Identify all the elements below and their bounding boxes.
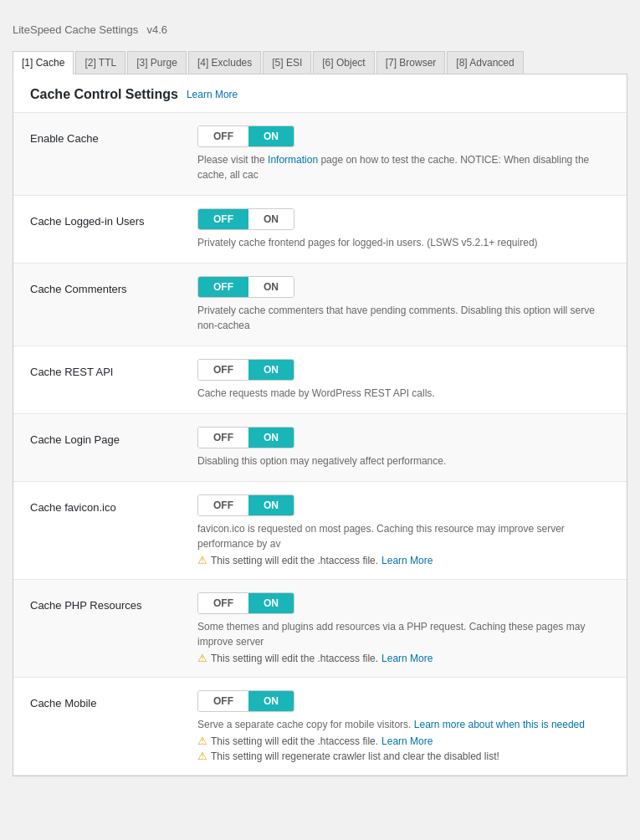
toggle-cache-php-resources: OFF ON (197, 592, 610, 614)
information-link[interactable]: Information (268, 154, 318, 166)
setting-control-enable-cache: OFF ON Please visit the Information page… (197, 125, 610, 182)
toggle-off-cache-php-resources[interactable]: OFF (198, 593, 248, 613)
setting-label-cache-rest-api: Cache REST API (30, 359, 197, 378)
toggle-off-cache-mobile[interactable]: OFF (198, 691, 248, 711)
page-version: v4.6 (146, 23, 167, 36)
toggle-switch-cache-favicon: OFF ON (197, 494, 294, 516)
toggle-on-cache-login-page[interactable]: ON (248, 428, 294, 448)
warning-text-favicon: This setting will edit the .htaccess fil… (211, 555, 378, 566)
tab-esi[interactable]: [5] ESI (263, 51, 311, 74)
warning-text-mobile-regenerate: This setting will regenerate crawler lis… (211, 750, 499, 762)
toggle-on-cache-logged-in[interactable]: ON (248, 209, 294, 229)
section-title: Cache Control Settings (30, 87, 178, 102)
setting-label-cache-mobile: Cache Mobile (30, 690, 197, 709)
tab-cache[interactable]: [1] Cache (13, 51, 74, 74)
learn-more-favicon[interactable]: Learn More (381, 555, 433, 566)
section-learn-more[interactable]: Learn More (187, 89, 238, 100)
toggle-on-cache-rest-api[interactable]: ON (248, 360, 294, 380)
warning-icon-favicon: ⚠ (197, 554, 207, 566)
setting-label-cache-favicon: Cache favicon.ico (30, 494, 197, 514)
toggle-off-cache-commenters[interactable]: OFF (198, 277, 248, 297)
toggle-on-cache-php-resources[interactable]: ON (248, 593, 294, 613)
setting-cache-commenters: Cache Commenters OFF ON Privately cache … (13, 264, 627, 346)
toggle-cache-logged-in: OFF ON (197, 208, 610, 230)
desc-cache-login-page: Disabling this option may negatively aff… (197, 453, 610, 469)
toggle-on-cache-commenters[interactable]: ON (248, 277, 294, 297)
toggle-off-cache-logged-in[interactable]: OFF (198, 209, 248, 229)
warning-mobile-htaccess: ⚠ This setting will edit the .htaccess f… (197, 735, 610, 747)
toggle-switch-cache-mobile: OFF ON (197, 690, 294, 712)
mobile-learn-more-link[interactable]: Learn more about when this is needed (414, 719, 585, 730)
toggle-switch-cache-login-page: OFF ON (197, 427, 294, 448)
toggle-enable-cache: OFF ON (197, 125, 610, 147)
setting-control-cache-favicon: OFF ON favicon.ico is requested on most … (197, 494, 610, 566)
setting-label-cache-login-page: Cache Login Page (30, 427, 197, 446)
toggle-off-cache-favicon[interactable]: OFF (198, 495, 248, 515)
toggle-off-cache-login-page[interactable]: OFF (198, 428, 248, 448)
toggle-on-enable-cache[interactable]: ON (248, 126, 294, 146)
page-title: LiteSpeed Cache Settings v4.6 (13, 17, 627, 38)
setting-cache-login-page: Cache Login Page OFF ON Disabling this o… (13, 414, 627, 482)
learn-more-php-resources[interactable]: Learn More (381, 653, 433, 664)
toggle-switch-cache-logged-in: OFF ON (197, 208, 294, 230)
warning-text-mobile-htaccess: This setting will edit the .htaccess fil… (211, 735, 378, 747)
toggle-off-cache-rest-api[interactable]: OFF (198, 360, 248, 380)
setting-label-cache-php-resources: Cache PHP Resources (30, 592, 197, 612)
toggle-on-cache-favicon[interactable]: ON (248, 495, 294, 515)
warning-text-php-resources: This setting will edit the .htaccess fil… (211, 653, 378, 664)
toggle-cache-login-page: OFF ON (197, 427, 610, 448)
desc-cache-php-resources: Some themes and plugins add resources vi… (197, 619, 610, 649)
setting-control-cache-mobile: OFF ON Serve a separate cache copy for m… (197, 690, 610, 762)
page-wrapper: LiteSpeed Cache Settings v4.6 [1] Cache … (0, 0, 640, 840)
setting-cache-php-resources: Cache PHP Resources OFF ON Some themes a… (13, 580, 627, 678)
setting-cache-logged-in: Cache Logged-in Users OFF ON Privately c… (13, 196, 627, 264)
setting-label-cache-logged-in: Cache Logged-in Users (30, 208, 197, 228)
warning-icon-mobile-htaccess: ⚠ (197, 735, 207, 747)
warning-icon-mobile-regenerate: ⚠ (197, 750, 207, 762)
setting-label-cache-commenters: Cache Commenters (30, 276, 197, 295)
tab-purge[interactable]: [3] Purge (127, 51, 187, 74)
warning-favicon-htaccess: ⚠ This setting will edit the .htaccess f… (197, 554, 610, 566)
content-area: Cache Control Settings Learn More Enable… (13, 74, 627, 776)
setting-enable-cache: Enable Cache OFF ON Please visit the Inf… (13, 113, 627, 196)
setting-control-cache-commenters: OFF ON Privately cache commenters that h… (197, 276, 610, 333)
desc-cache-favicon: favicon.ico is requested on most pages. … (197, 521, 610, 551)
setting-control-cache-logged-in: OFF ON Privately cache frontend pages fo… (197, 208, 610, 250)
section-header: Cache Control Settings Learn More (13, 74, 627, 113)
toggle-cache-rest-api: OFF ON (197, 359, 610, 381)
desc-cache-commenters: Privately cache commenters that have pen… (197, 303, 610, 333)
setting-control-cache-rest-api: OFF ON Cache requests made by WordPress … (197, 359, 610, 401)
toggle-switch-cache-rest-api: OFF ON (197, 359, 294, 381)
tab-ttl[interactable]: [2] TTL (75, 51, 125, 74)
tab-object[interactable]: [6] Object (313, 51, 374, 74)
tab-excludes[interactable]: [4] Excludes (188, 51, 261, 74)
desc-cache-mobile: Serve a separate cache copy for mobile v… (197, 717, 610, 732)
toggle-cache-commenters: OFF ON (197, 276, 610, 298)
toggle-switch-enable-cache: OFF ON (197, 125, 294, 147)
desc-cache-logged-in: Privately cache frontend pages for logge… (197, 235, 610, 250)
toggle-switch-cache-commenters: OFF ON (197, 276, 294, 298)
warning-mobile-regenerate: ⚠ This setting will regenerate crawler l… (197, 750, 610, 762)
toggle-switch-cache-php-resources: OFF ON (197, 592, 294, 614)
desc-cache-rest-api: Cache requests made by WordPress REST AP… (197, 386, 610, 401)
tabs-navigation: [1] Cache [2] TTL [3] Purge [4] Excludes… (13, 51, 627, 74)
setting-label-enable-cache: Enable Cache (30, 125, 197, 145)
tab-advanced[interactable]: [8] Advanced (447, 51, 523, 74)
toggle-cache-mobile: OFF ON (197, 690, 610, 712)
toggle-off-enable-cache[interactable]: OFF (198, 126, 248, 146)
setting-cache-mobile: Cache Mobile OFF ON Serve a separate cac… (13, 678, 627, 776)
setting-cache-rest-api: Cache REST API OFF ON Cache requests mad… (13, 346, 627, 414)
setting-cache-favicon: Cache favicon.ico OFF ON favicon.ico is … (13, 482, 627, 580)
toggle-on-cache-mobile[interactable]: ON (248, 691, 294, 711)
warning-php-resources-htaccess: ⚠ This setting will edit the .htaccess f… (197, 652, 610, 664)
learn-more-mobile-htaccess[interactable]: Learn More (381, 735, 433, 747)
setting-control-cache-login-page: OFF ON Disabling this option may negativ… (197, 427, 610, 469)
setting-control-cache-php-resources: OFF ON Some themes and plugins add resou… (197, 592, 610, 664)
desc-enable-cache: Please visit the Information page on how… (197, 152, 610, 182)
warning-icon-php-resources: ⚠ (197, 652, 207, 664)
tab-browser[interactable]: [7] Browser (376, 51, 446, 74)
page-title-text: LiteSpeed Cache Settings (13, 23, 138, 36)
toggle-cache-favicon: OFF ON (197, 494, 610, 516)
